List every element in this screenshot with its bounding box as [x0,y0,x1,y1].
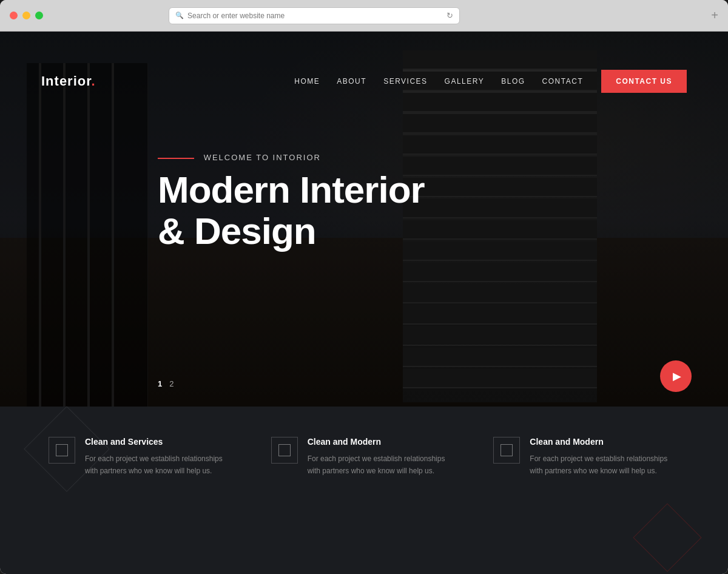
subtitle-text: WELCOME TO INTORIOR [204,153,321,162]
hero-title-line1: Modern Interior [158,169,425,211]
service-title-1: Clean and Services [85,437,235,447]
service-text-1: Clean and Services For each project we e… [85,437,235,478]
service-text-2: Clean and Modern For each project we est… [308,437,457,478]
service-desc-3: For each project we establish relationsh… [530,453,679,478]
browser-window: 🔍 Search or enter website name ↻ + [0,0,728,574]
close-button[interactable] [10,12,18,19]
nav-links: HOME ABOUT SERVICES GALLERY BLOG CONTACT [294,77,583,86]
navbar: Interior. HOME ABOUT SERVICES GALLERY BL… [27,63,701,100]
service-title-3: Clean and Modern [530,437,679,447]
nav-gallery[interactable]: GALLERY [445,77,485,86]
hero-section: Interior. HOME ABOUT SERVICES GALLERY BL… [0,32,728,407]
nav-home[interactable]: HOME [294,77,320,86]
minimize-button[interactable] [22,12,30,19]
website-content: Interior. HOME ABOUT SERVICES GALLERY BL… [0,32,728,574]
service-desc-1: For each project we establish relationsh… [85,453,235,478]
nav-contact[interactable]: CONTACT [542,77,584,86]
nav-blog[interactable]: BLOG [501,77,525,86]
browser-controls [10,12,43,19]
service-text-3: Clean and Modern For each project we est… [530,437,679,478]
nav-services[interactable]: SERVICES [383,77,427,86]
contact-us-button[interactable]: CONTACT US [601,70,687,93]
hero-title: Modern Interior & Design [158,169,425,252]
service-card-2: Clean and Modern For each project we est… [271,437,457,544]
website: Interior. HOME ABOUT SERVICES GALLERY BL… [0,32,728,574]
logo-text: Interior [41,73,92,89]
services-section: Clean and Services For each project we e… [0,407,728,574]
service-icon-3 [493,437,520,464]
logo-dot: . [92,73,96,89]
maximize-button[interactable] [35,12,43,19]
site-logo[interactable]: Interior. [41,73,96,89]
service-icon-inner-2 [278,444,291,456]
browser-titlebar: 🔍 Search or enter website name ↻ + [0,0,728,32]
new-tab-button[interactable]: + [711,8,718,22]
hero-title-line2: & Design [158,210,316,252]
slide-dot-1[interactable]: 1 [158,379,162,388]
play-button[interactable]: ▶ [660,360,692,392]
play-icon: ▶ [673,370,681,383]
hero-subtitle: WELCOME TO INTORIOR [158,153,425,162]
reload-icon[interactable]: ↻ [447,11,453,20]
slide-indicators: 1 2 [158,379,174,388]
subtitle-line [158,158,194,159]
service-icon-2 [271,437,298,464]
nav-about[interactable]: ABOUT [337,77,366,86]
hero-content: WELCOME TO INTORIOR Modern Interior & De… [158,153,425,252]
service-desc-2: For each project we establish relationsh… [308,453,457,478]
search-icon: 🔍 [175,12,184,19]
service-icon-inner-3 [500,444,513,456]
service-title-2: Clean and Modern [308,437,457,447]
address-text: Search or enter website name [187,12,443,20]
address-bar[interactable]: 🔍 Search or enter website name ↻ [169,7,460,24]
slide-dot-2[interactable]: 2 [169,379,174,388]
